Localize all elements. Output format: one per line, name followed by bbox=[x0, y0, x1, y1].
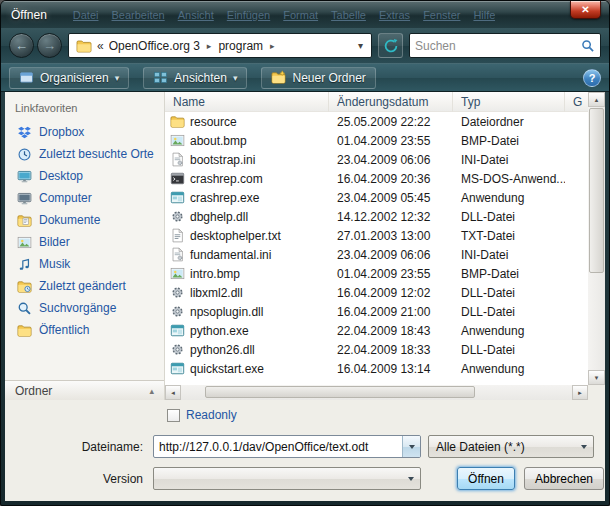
chevron-down-icon bbox=[409, 445, 415, 449]
file-name-cell: python.exe bbox=[165, 323, 329, 338]
music-icon bbox=[17, 257, 32, 272]
close-button[interactable]: ✕ bbox=[570, 1, 601, 19]
dialog-body: Linkfavoriten DropboxZuletzt besuchte Or… bbox=[5, 92, 605, 501]
folders-label: Ordner bbox=[15, 384, 52, 398]
file-row-python26-dll[interactable]: python26.dll22.04.2009 18:33DLL-Datei bbox=[165, 340, 588, 359]
column-header-typ[interactable]: Typ bbox=[453, 92, 565, 112]
toolbar-button-neuer-ordner[interactable]: Neuer Ordner bbox=[261, 67, 375, 89]
file-row-libxml2-dll[interactable]: libxml2.dll16.04.2009 12:02DLL-Datei bbox=[165, 283, 588, 302]
sidebar-item-zuletzt-geändert[interactable]: Zuletzt geändert bbox=[5, 275, 164, 297]
sidebar-item-label: Zuletzt geändert bbox=[39, 279, 126, 293]
file-row-crashrep-com[interactable]: crashrep.com16.04.2009 20:36MS-DOS-Anwen… bbox=[165, 169, 588, 188]
sidebar-item-bilder[interactable]: Bilder bbox=[5, 231, 164, 253]
readonly-label[interactable]: Readonly bbox=[186, 408, 237, 422]
filetype-combobox[interactable]: Alle Dateien (*.*) bbox=[428, 435, 594, 458]
search-input[interactable] bbox=[415, 39, 581, 53]
address-bar[interactable]: « OpenOffice.org 3▸program▸ ▾ bbox=[68, 33, 372, 58]
file-name-label: about.bmp bbox=[190, 134, 247, 148]
search-icon[interactable] bbox=[581, 39, 595, 53]
sidebar-item-suchvorgänge[interactable]: Suchvorgänge bbox=[5, 297, 164, 319]
breadcrumb-overflow-chevron[interactable]: « bbox=[97, 39, 104, 53]
horizontal-scrollbar-thumb[interactable] bbox=[205, 386, 475, 398]
file-name-label: fundamental.ini bbox=[190, 248, 271, 262]
scroll-right-button[interactable]: ► bbox=[572, 385, 588, 400]
vertical-scrollbar[interactable]: ▲ ▼ bbox=[588, 92, 605, 385]
file-type-cell: BMP-Datei bbox=[453, 267, 565, 281]
horizontal-scrollbar[interactable]: ◄ ► bbox=[165, 385, 588, 400]
forward-button[interactable]: → bbox=[37, 33, 62, 58]
scroll-right-icon: ► bbox=[577, 390, 583, 396]
sidebar-item-dokumente[interactable]: Dokumente bbox=[5, 209, 164, 231]
file-row-dbghelp-dll[interactable]: dbghelp.dll14.12.2002 12:32DLL-Datei bbox=[165, 207, 588, 226]
file-date-cell: 23.04.2009 05:45 bbox=[329, 191, 453, 205]
open-button[interactable]: Öffnen bbox=[457, 467, 515, 490]
file-type-cell: Dateiordner bbox=[453, 115, 565, 129]
file-row-intro-bmp[interactable]: intro.bmp01.04.2009 23:55BMP-Datei bbox=[165, 264, 588, 283]
breadcrumb-separator-icon[interactable]: ▸ bbox=[207, 41, 212, 51]
readonly-checkbox[interactable] bbox=[167, 409, 180, 422]
scroll-left-icon: ◄ bbox=[170, 390, 176, 396]
scroll-down-button[interactable]: ▼ bbox=[588, 370, 605, 385]
file-row-python-exe[interactable]: python.exe22.04.2009 18:43Anwendung bbox=[165, 321, 588, 340]
titlebar: Öffnen DateiBearbeitenAnsichtEinfügenFor… bbox=[1, 1, 609, 28]
scroll-up-button[interactable]: ▲ bbox=[588, 92, 605, 107]
file-type-cell: Anwendung bbox=[453, 362, 565, 376]
scroll-left-button[interactable]: ◄ bbox=[165, 385, 181, 400]
file-type-cell: DLL-Datei bbox=[453, 343, 565, 357]
file-row-fundamental-ini[interactable]: fundamental.ini23.04.2009 06:06INI-Datei bbox=[165, 245, 588, 264]
file-name-cell: about.bmp bbox=[165, 133, 329, 148]
sidebar-item-dropbox[interactable]: Dropbox bbox=[5, 121, 164, 143]
file-date-cell: 01.04.2009 23:55 bbox=[329, 134, 453, 148]
file-date-cell: 25.05.2009 22:22 bbox=[329, 115, 453, 129]
desktop-icon bbox=[17, 169, 32, 184]
views-icon bbox=[153, 70, 168, 85]
help-button[interactable]: ? bbox=[583, 69, 601, 87]
toolbar-button-ansichten[interactable]: Ansichten▾ bbox=[143, 67, 247, 89]
file-row-quickstart-exe[interactable]: quickstart.exe16.04.2009 13:14Anwendung bbox=[165, 359, 588, 378]
ini-icon bbox=[170, 152, 185, 167]
version-combobox[interactable] bbox=[153, 467, 421, 490]
breadcrumb-item-openoffice-org-3[interactable]: OpenOffice.org 3 bbox=[109, 39, 200, 53]
version-dropdown-button[interactable] bbox=[402, 468, 420, 489]
address-dropdown-icon[interactable]: ▾ bbox=[354, 40, 367, 51]
background-menu-item: Hilfe bbox=[473, 9, 495, 21]
filename-dropdown-button[interactable] bbox=[402, 436, 420, 457]
file-date-cell: 22.04.2009 18:33 bbox=[329, 343, 453, 357]
file-name-cell: npsoplugin.dll bbox=[165, 304, 329, 319]
scroll-down-icon: ▼ bbox=[594, 375, 600, 381]
back-button[interactable]: ← bbox=[9, 33, 34, 58]
sidebar-item-desktop[interactable]: Desktop bbox=[5, 165, 164, 187]
toolbar-button-organisieren[interactable]: Organisieren▾ bbox=[9, 67, 129, 89]
file-row-npsoplugin-dll[interactable]: npsoplugin.dll16.04.2009 21:00DLL-Datei bbox=[165, 302, 588, 321]
sidebar-item-musik[interactable]: Musik bbox=[5, 253, 164, 275]
file-row-crashrep-exe[interactable]: crashrep.exe23.04.2009 05:45Anwendung bbox=[165, 188, 588, 207]
column-header-änderungsdatum[interactable]: Änderungsdatum bbox=[329, 92, 453, 112]
window-title: Öffnen bbox=[11, 8, 47, 22]
breadcrumb-separator-icon[interactable]: ▸ bbox=[270, 41, 275, 51]
vertical-scrollbar-thumb[interactable] bbox=[589, 108, 604, 273]
image-icon bbox=[170, 266, 185, 281]
file-name-cell: resource bbox=[165, 114, 329, 129]
sidebar-item-öffentlich[interactable]: Öffentlich bbox=[5, 319, 164, 341]
filename-input[interactable] bbox=[154, 436, 402, 457]
breadcrumb-item-program[interactable]: program bbox=[218, 39, 263, 53]
file-row-about-bmp[interactable]: about.bmp01.04.2009 23:55BMP-Datei bbox=[165, 131, 588, 150]
computer-icon bbox=[17, 191, 32, 206]
organize-icon bbox=[19, 70, 34, 85]
file-name-label: crashrep.com bbox=[190, 172, 263, 186]
sidebar-item-zuletzt-besuchte-orte[interactable]: Zuletzt besuchte Orte bbox=[5, 143, 164, 165]
file-type-cell: DLL-Datei bbox=[453, 286, 565, 300]
file-name-label: desktophelper.txt bbox=[190, 229, 281, 243]
folders-expander[interactable]: Ordner ▴ bbox=[5, 380, 164, 400]
file-row-desktophelper-txt[interactable]: desktophelper.txt27.01.2003 13:00TXT-Dat… bbox=[165, 226, 588, 245]
refresh-button[interactable] bbox=[378, 33, 403, 58]
column-header-g[interactable]: G bbox=[565, 92, 590, 112]
cancel-button[interactable]: Abbrechen bbox=[524, 467, 604, 490]
background-menu: DateiBearbeitenAnsichtEinfügenFormatTabe… bbox=[73, 9, 496, 21]
column-header-name[interactable]: Name bbox=[165, 92, 329, 112]
file-row-resource[interactable]: resource25.05.2009 22:22Dateiordner bbox=[165, 112, 588, 131]
file-row-bootstrap-ini[interactable]: bootstrap.ini23.04.2009 06:06INI-Datei bbox=[165, 150, 588, 169]
sidebar-item-computer[interactable]: Computer bbox=[5, 187, 164, 209]
file-date-cell: 16.04.2009 13:14 bbox=[329, 362, 453, 376]
filetype-dropdown-button[interactable] bbox=[575, 436, 593, 457]
